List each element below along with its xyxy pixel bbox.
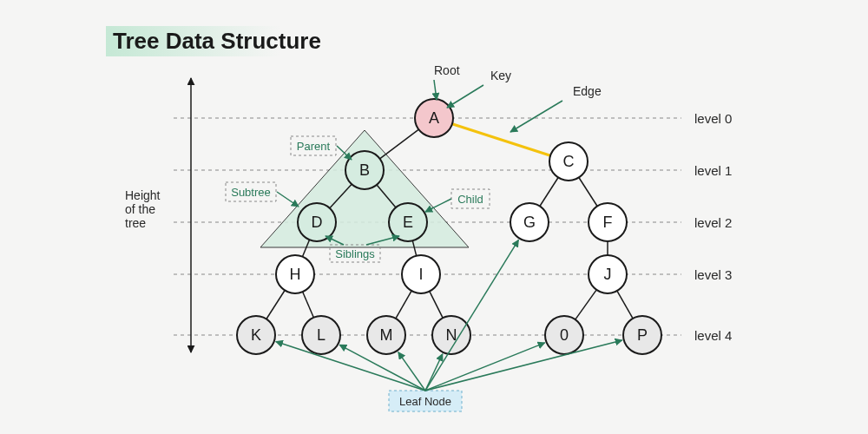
annotation-arrow <box>434 80 437 100</box>
node-K: K <box>237 316 275 354</box>
edge-A-B <box>380 129 419 159</box>
edge-I-M <box>396 291 411 319</box>
node-F: F <box>589 203 627 241</box>
svg-text:K: K <box>251 326 261 344</box>
ann-key-label: Key <box>490 69 511 82</box>
node-H: H <box>276 255 314 293</box>
node-G: G <box>510 203 549 241</box>
node-J: J <box>589 255 627 293</box>
edge-H-K <box>266 291 285 319</box>
svg-text:H: H <box>290 266 301 283</box>
height-label-0: Height <box>125 188 161 202</box>
ann-edge-label: Edge <box>573 84 602 98</box>
svg-text:D: D <box>312 214 323 231</box>
svg-text:L: L <box>317 326 326 344</box>
svg-text:I: I <box>418 266 423 283</box>
edge-J-P <box>617 291 633 319</box>
node-B: B <box>345 151 384 189</box>
node-L: L <box>302 316 340 354</box>
tree-diagram: level 0level 1level 2level 3level 4 0ABC… <box>0 0 868 434</box>
svg-text:P: P <box>637 326 648 344</box>
level-label-1: level 1 <box>694 163 732 178</box>
svg-text:C: C <box>563 153 575 170</box>
edge-A-C <box>452 124 550 155</box>
edge-C-G <box>540 178 558 207</box>
level-label-4: level 4 <box>694 328 732 343</box>
svg-text:J: J <box>604 266 612 283</box>
edge-I-N <box>430 292 443 319</box>
annotation-arrow <box>277 192 299 207</box>
node-D: D <box>298 203 336 241</box>
svg-text:G: G <box>523 214 536 231</box>
node-A: A <box>415 99 453 137</box>
level-label-3: level 3 <box>694 267 732 282</box>
svg-text:B: B <box>359 161 370 179</box>
svg-text:0: 0 <box>560 326 569 344</box>
ann-root-label: Root <box>434 63 460 77</box>
leaf-arrow-G <box>425 240 518 391</box>
ann-parent-label: Parent <box>297 140 331 153</box>
ann-child-label: Child <box>457 193 483 206</box>
leaf-arrow-M <box>398 352 425 391</box>
svg-text:F: F <box>603 214 613 231</box>
annotation-arrow <box>510 101 562 132</box>
level-label-0: level 0 <box>694 111 732 126</box>
svg-text:A: A <box>429 109 439 127</box>
svg-text:E: E <box>403 214 413 231</box>
leaf-arrow-K <box>276 341 425 391</box>
height-label-1: of the <box>125 202 155 216</box>
node-P: P <box>623 316 661 354</box>
ann-subtree-label: Subtree <box>231 186 271 199</box>
level-label-2: level 2 <box>694 215 732 230</box>
annotation-arrow <box>447 85 483 108</box>
leaf-node-label: Leaf Node <box>399 395 451 408</box>
node-E: E <box>389 203 427 241</box>
node-I: I <box>402 255 440 293</box>
svg-text:M: M <box>380 326 393 344</box>
edge-J-0 <box>575 290 596 319</box>
node-C: C <box>549 142 588 181</box>
edge-H-L <box>303 292 314 318</box>
height-label-2: tree <box>125 216 146 230</box>
edge-C-F <box>579 178 597 207</box>
ann-siblings-label: Siblings <box>335 247 375 260</box>
node-M: M <box>367 316 405 354</box>
node-0: 0 <box>545 316 583 354</box>
